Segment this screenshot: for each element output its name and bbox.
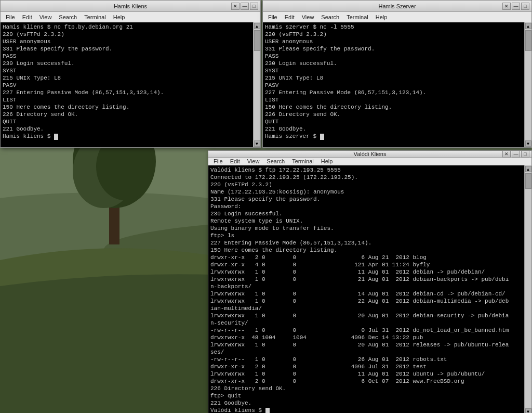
hamis-szerver-menu-file[interactable]: File (265, 14, 281, 21)
valodi-kliens-menu-terminal[interactable]: Terminal (289, 158, 317, 165)
hamis-kliens-max-btn[interactable]: □ (250, 3, 258, 10)
hamis-szerver-terminal[interactable]: Hamis szerver $ nc -l 5555 220 (vsFTPd 2… (263, 22, 524, 147)
hamis-szerver-scrollbar[interactable]: ▲ ▼ (524, 22, 531, 147)
hamis-kliens-titlebar: Hamis Kliens ✕ — □ (1, 1, 260, 12)
hamis-szerver-max-btn[interactable]: □ (521, 3, 529, 10)
hamis-kliens-menu-terminal[interactable]: Terminal (81, 14, 109, 21)
hamis-szerver-titlebar: Hamis Szerver ✕ — □ (263, 1, 531, 12)
hamis-kliens-terminal[interactable]: Hamis kliens $ nc ftp.by.debian.org 21 2… (1, 22, 253, 147)
hamis-kliens-window: Hamis Kliens ✕ — □ File Edit View Search… (0, 0, 261, 148)
valodi-kliens-title: Valódi Kliens (354, 151, 387, 157)
hamis-szerver-window-buttons: ✕ — □ (502, 3, 529, 10)
valodi-kliens-min-btn[interactable]: — (512, 150, 520, 158)
hamis-kliens-menu-edit[interactable]: Edit (19, 14, 35, 21)
hamis-szerver-close-btn[interactable]: ✕ (502, 3, 511, 10)
valodi-kliens-menu-edit[interactable]: Edit (227, 158, 243, 165)
valodi-kliens-terminal[interactable]: Valódi kliens $ ftp 172.22.193.25 5555 C… (208, 165, 524, 413)
valodi-kliens-window: Valódi Kliens ✕ — □ File Edit View Searc… (208, 150, 532, 413)
hamis-szerver-window: Hamis Szerver ✕ — □ File Edit View Searc… (262, 0, 532, 148)
hamis-szerver-menu-view[interactable]: View (299, 14, 317, 21)
hamis-kliens-close-btn[interactable]: ✕ (231, 3, 240, 10)
hamis-kliens-min-btn[interactable]: — (241, 3, 249, 10)
valodi-kliens-max-btn[interactable]: □ (521, 150, 529, 158)
hamis-szerver-menubar: File Edit View Search Terminal Help (263, 12, 531, 22)
valodi-kliens-titlebar: Valódi Kliens ✕ — □ (208, 151, 531, 158)
hamis-szerver-menu-terminal[interactable]: Terminal (343, 14, 371, 21)
hamis-szerver-menu-search[interactable]: Search (318, 14, 342, 21)
valodi-kliens-close-btn[interactable]: ✕ (502, 150, 511, 158)
hamis-kliens-title: Hamis Kliens (114, 3, 147, 9)
hamis-kliens-menu-file[interactable]: File (3, 14, 18, 21)
hamis-kliens-menubar: File Edit View Search Terminal Help (1, 12, 260, 22)
valodi-kliens-menubar: File Edit View Search Terminal Help (208, 158, 531, 165)
hamis-kliens-window-buttons: ✕ — □ (231, 3, 258, 10)
hamis-kliens-menu-view[interactable]: View (36, 14, 55, 21)
valodi-kliens-menu-search[interactable]: Search (263, 158, 288, 165)
hamis-szerver-menu-help[interactable]: Help (373, 14, 391, 21)
hamis-szerver-title: Hamis Szerver (378, 3, 416, 9)
valodi-kliens-scrollbar[interactable]: ▲ ▼ (524, 165, 531, 413)
valodi-kliens-menu-view[interactable]: View (244, 158, 263, 165)
hamis-kliens-menu-help[interactable]: Help (110, 14, 128, 21)
valodi-kliens-menu-help[interactable]: Help (318, 158, 336, 165)
hamis-kliens-menu-search[interactable]: Search (56, 14, 80, 21)
valodi-kliens-window-buttons: ✕ — □ (502, 150, 529, 158)
valodi-kliens-menu-file[interactable]: File (210, 158, 226, 165)
hamis-szerver-min-btn[interactable]: — (512, 3, 520, 10)
hamis-kliens-scrollbar[interactable]: ▲ ▼ (253, 22, 260, 147)
hamis-szerver-menu-edit[interactable]: Edit (282, 14, 298, 21)
